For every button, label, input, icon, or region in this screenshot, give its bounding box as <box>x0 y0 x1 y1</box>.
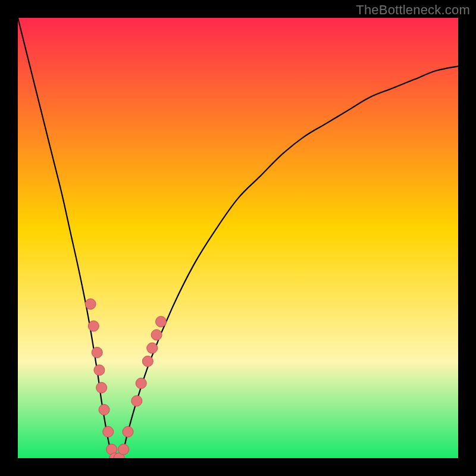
chart-container <box>18 18 458 458</box>
data-marker <box>85 299 96 309</box>
data-marker <box>94 365 105 375</box>
frame: TheBottleneck.com <box>0 0 476 476</box>
watermark-text: TheBottleneck.com <box>356 2 470 18</box>
gradient-background <box>18 18 458 458</box>
data-marker <box>151 330 162 340</box>
data-marker <box>156 317 167 327</box>
data-marker <box>136 378 146 389</box>
data-marker <box>103 427 114 437</box>
data-marker <box>92 347 102 358</box>
data-marker <box>147 343 158 353</box>
data-marker <box>96 383 107 393</box>
data-marker <box>142 356 153 367</box>
data-marker <box>99 405 109 415</box>
data-marker <box>118 444 129 455</box>
data-marker <box>123 427 133 437</box>
data-marker <box>131 396 142 406</box>
bottleneck-chart <box>18 18 458 458</box>
data-marker <box>88 321 99 331</box>
